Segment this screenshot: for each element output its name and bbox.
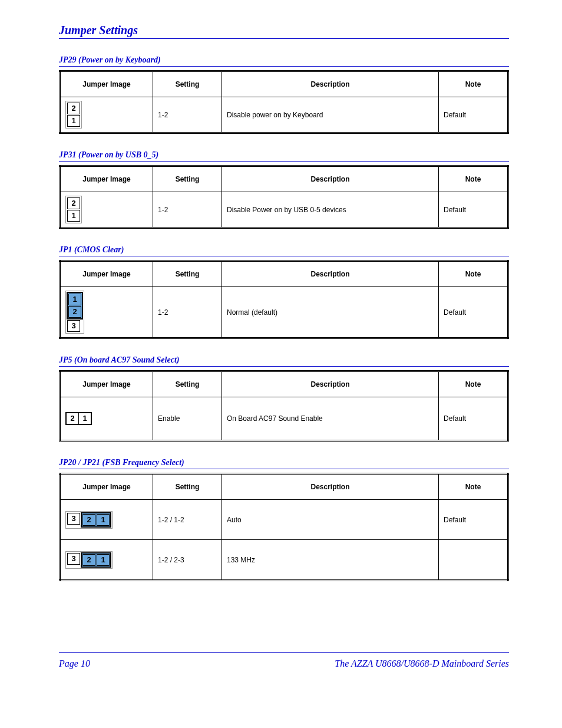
- pin-1: 1: [67, 115, 80, 127]
- setting-cell: 1-2 / 2-3: [153, 540, 222, 581]
- description-cell: Disable power on by Keyboard: [222, 97, 439, 133]
- pins-vertical-2: 2 1: [65, 101, 82, 129]
- jumper-image-cell: 2 1: [60, 97, 153, 133]
- table-row: 2 1 1-2 Disable power on by Keyboard Def…: [60, 97, 508, 133]
- pins-horizontal-2: 1 2: [65, 412, 92, 425]
- pin-2: 2: [67, 197, 80, 209]
- table-header-row: Jumper Image Setting Description Note: [60, 71, 508, 97]
- col-setting: Setting: [153, 261, 222, 287]
- col-description: Description: [222, 166, 439, 192]
- pin-2: 2: [82, 514, 95, 526]
- description-cell: Normal (default): [222, 287, 439, 338]
- table-header-row: Jumper Image Setting Description Note: [60, 474, 508, 500]
- col-image: Jumper Image: [60, 71, 153, 97]
- table-row: 1 2 3 1-2 / 2-3 133 MHz: [60, 540, 508, 581]
- pin-1: 1: [78, 413, 91, 424]
- col-description: Description: [222, 71, 439, 97]
- col-note: Note: [439, 166, 508, 192]
- jumper-image-cell: 1 2: [60, 397, 153, 441]
- table-jp29: Jumper Image Setting Description Note 2 …: [59, 70, 509, 134]
- pin-3: 3: [67, 320, 80, 332]
- col-note: Note: [439, 71, 508, 97]
- col-note: Note: [439, 474, 508, 500]
- jumper-image-cell: 1 2 3: [60, 500, 153, 540]
- pins-joined-1-2: 1 2: [81, 512, 111, 528]
- description-cell: Auto: [222, 500, 439, 540]
- setting-cell: 1-2: [153, 192, 222, 228]
- col-image: Jumper Image: [60, 474, 153, 500]
- footer-product-name: The AZZA U8668/U8668-D Mainboard Series: [335, 658, 509, 669]
- description-cell: Disable Power on by USB 0-5 devices: [222, 192, 439, 228]
- table-jp31: Jumper Image Setting Description Note 2 …: [59, 165, 509, 229]
- pins-horizontal-3-join12: 1 2 3: [65, 551, 113, 569]
- pin-3: 3: [67, 553, 80, 565]
- jumper-image-cell: 2 1: [60, 192, 153, 228]
- pins-vertical-3-join12: 1 2 3: [65, 291, 84, 334]
- note-cell: Default: [439, 192, 508, 228]
- col-setting: Setting: [153, 71, 222, 97]
- pin-1: 1: [97, 514, 110, 526]
- description-cell: On Board AC97 Sound Enable: [222, 397, 439, 441]
- note-cell: Default: [439, 287, 508, 338]
- col-description: Description: [222, 474, 439, 500]
- jumper-image-cell: 1 2 3: [60, 540, 153, 581]
- table-row: 1 2 3 1-2 / 1-2 Auto Default: [60, 500, 508, 540]
- pin-1: 1: [68, 294, 81, 305]
- page-footer: Page 10 The AZZA U8668/U8668-D Mainboard…: [59, 652, 509, 669]
- pins-joined-1-2: 1 2: [81, 552, 111, 568]
- table-row: 2 1 1-2 Disable Power on by USB 0-5 devi…: [60, 192, 508, 228]
- pin-1: 1: [67, 210, 80, 222]
- table-jp20-21: Jumper Image Setting Description Note 1 …: [59, 473, 509, 581]
- table-header-row: Jumper Image Setting Description Note: [60, 261, 508, 287]
- setting-cell: 1-2: [153, 287, 222, 338]
- col-image: Jumper Image: [60, 371, 153, 397]
- pin-3: 3: [67, 513, 80, 525]
- pin-1: 1: [97, 554, 110, 566]
- table-header-row: Jumper Image Setting Description Note: [60, 166, 508, 192]
- setting-cell: 1-2: [153, 97, 222, 133]
- table-header-row: Jumper Image Setting Description Note: [60, 371, 508, 397]
- note-cell: Default: [439, 500, 508, 540]
- page-title: Jumper Settings: [59, 24, 509, 39]
- pins-horizontal-3-join12: 1 2 3: [65, 511, 113, 529]
- footer-rule: [59, 652, 509, 653]
- pin-2: 2: [68, 306, 81, 318]
- col-note: Note: [439, 261, 508, 287]
- note-cell: [439, 540, 508, 581]
- table-row: 1 2 3 1-2 Normal (default) Default: [60, 287, 508, 338]
- jumper-image-cell: 1 2 3: [60, 287, 153, 338]
- section-title-2: JP1 (CMOS Clear): [59, 245, 509, 256]
- footer-page-number: Page 10: [59, 658, 90, 669]
- pins-joined-1-2: 1 2: [67, 292, 83, 319]
- setting-cell: Enable: [153, 397, 222, 441]
- col-description: Description: [222, 261, 439, 287]
- pin-2: 2: [67, 103, 80, 114]
- table-row: 1 2 Enable On Board AC97 Sound Enable De…: [60, 397, 508, 441]
- col-setting: Setting: [153, 371, 222, 397]
- pins-vertical-2: 2 1: [65, 196, 82, 223]
- section-title-3: JP5 (On board AC97 Sound Select): [59, 355, 509, 367]
- col-description: Description: [222, 371, 439, 397]
- section-title-4: JP20 / JP21 (FSB Frequency Select): [59, 458, 509, 469]
- description-cell: 133 MHz: [222, 540, 439, 581]
- col-image: Jumper Image: [60, 261, 153, 287]
- col-note: Note: [439, 371, 508, 397]
- section-title-0: JP29 (Power on by Keyboard): [59, 55, 509, 67]
- note-cell: Default: [439, 97, 508, 133]
- note-cell: Default: [439, 397, 508, 441]
- pin-2: 2: [82, 554, 95, 566]
- table-jp1: Jumper Image Setting Description Note 1 …: [59, 260, 509, 339]
- table-jp5: Jumper Image Setting Description Note 1 …: [59, 370, 509, 442]
- section-title-1: JP31 (Power on by USB 0_5): [59, 150, 509, 162]
- col-image: Jumper Image: [60, 166, 153, 192]
- setting-cell: 1-2 / 1-2: [153, 500, 222, 540]
- col-setting: Setting: [153, 474, 222, 500]
- col-setting: Setting: [153, 166, 222, 192]
- pin-2: 2: [66, 413, 78, 424]
